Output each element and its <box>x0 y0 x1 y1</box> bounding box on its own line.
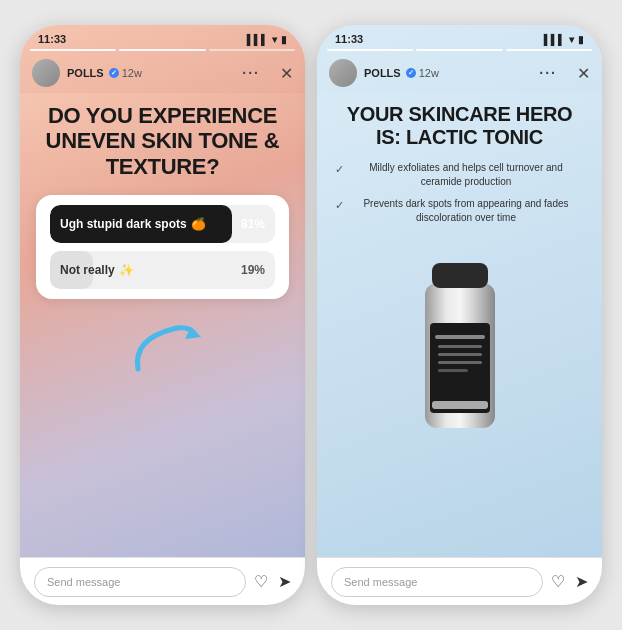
status-icons-right: ▌▌▌ ▾ ▮ <box>544 34 584 45</box>
time-ago-left: 12w <box>122 67 142 79</box>
close-button-right[interactable]: ✕ <box>577 64 590 83</box>
story-content-right: YOUR SKINCARE HERO IS: LACTIC TONIC ✓ Mi… <box>317 93 602 557</box>
status-icons-left: ▌▌▌ ▾ ▮ <box>247 34 287 45</box>
product-bottle-svg <box>400 253 520 443</box>
poll-percent-1: 81% <box>241 217 265 231</box>
story-seg-r1 <box>327 49 413 51</box>
svg-rect-8 <box>438 369 468 372</box>
send-message-left[interactable]: Send message <box>34 567 246 597</box>
story-header-left: POLLS ✓ 12w ··· ✕ <box>20 55 305 93</box>
poll-label-1: Ugh stupid dark spots 🍊 <box>60 217 206 231</box>
story-seg-3 <box>209 49 295 51</box>
battery-icon-right: ▮ <box>578 34 584 45</box>
right-phone: 11:33 ▌▌▌ ▾ ▮ POLLS ✓ 12w ··· ✕ YOUR SKI… <box>317 25 602 605</box>
svg-rect-6 <box>438 353 482 356</box>
bottom-icons-left: ♡ ➤ <box>254 572 291 591</box>
story-content-left: DO YOU EXPERIENCE UNEVEN SKIN TONE & TEX… <box>20 93 305 557</box>
bullet-2: ✓ Prevents dark spots from appearing and… <box>335 197 584 225</box>
verified-badge-left: ✓ <box>109 68 119 78</box>
poll-option-2[interactable]: Not really ✨ 19% <box>50 251 275 289</box>
bottom-bar-right: Send message ♡ ➤ <box>317 557 602 605</box>
signal-icon-right: ▌▌▌ <box>544 34 565 45</box>
status-bar-right: 11:33 ▌▌▌ ▾ ▮ <box>317 25 602 49</box>
svg-rect-4 <box>435 335 485 339</box>
story-meta-left: POLLS ✓ 12w <box>67 67 142 79</box>
bullet-1: ✓ Mildly exfoliates and helps cell turno… <box>335 161 584 189</box>
close-button-left[interactable]: ✕ <box>280 64 293 83</box>
bottom-icons-right: ♡ ➤ <box>551 572 588 591</box>
hero-bullets: ✓ Mildly exfoliates and helps cell turno… <box>335 161 584 233</box>
heart-icon-left[interactable]: ♡ <box>254 572 268 591</box>
poll-label-2: Not really ✨ <box>60 263 134 277</box>
avatar-right <box>329 59 357 87</box>
share-icon-left[interactable]: ➤ <box>278 572 291 591</box>
poll-card: Ugh stupid dark spots 🍊 81% Not really ✨… <box>36 195 289 299</box>
wifi-icon: ▾ <box>272 34 277 45</box>
story-seg-2 <box>119 49 205 51</box>
poll-bar-bg-1: Ugh stupid dark spots 🍊 81% <box>50 205 275 243</box>
svg-rect-2 <box>432 263 488 288</box>
svg-rect-9 <box>432 401 488 409</box>
poll-option-1[interactable]: Ugh stupid dark spots 🍊 81% <box>50 205 275 243</box>
story-meta-right: POLLS ✓ 12w <box>364 67 439 79</box>
curved-arrow-icon <box>123 319 203 379</box>
poll-percent-2: 19% <box>241 263 265 277</box>
product-image <box>400 253 520 443</box>
poll-bar-bg-2: Not really ✨ 19% <box>50 251 275 289</box>
heart-icon-right[interactable]: ♡ <box>551 572 565 591</box>
username-right: POLLS ✓ 12w <box>364 67 439 79</box>
story-seg-1 <box>30 49 116 51</box>
hero-title: YOUR SKINCARE HERO IS: LACTIC TONIC <box>335 103 584 149</box>
avatar-left <box>32 59 60 87</box>
time-ago-right: 12w <box>419 67 439 79</box>
status-bar-left: 11:33 ▌▌▌ ▾ ▮ <box>20 25 305 49</box>
username-left: POLLS ✓ 12w <box>67 67 142 79</box>
check-icon-1: ✓ <box>335 162 344 177</box>
more-options-left[interactable]: ··· <box>242 65 260 81</box>
question-title: DO YOU EXPERIENCE UNEVEN SKIN TONE & TEX… <box>36 103 289 179</box>
bottom-bar-left: Send message ♡ ➤ <box>20 557 305 605</box>
arrow-area <box>36 319 289 379</box>
send-message-right[interactable]: Send message <box>331 567 543 597</box>
left-phone: 11:33 ▌▌▌ ▾ ▮ POLLS ✓ 12w ··· ✕ DO YOU E… <box>20 25 305 605</box>
story-seg-r3 <box>506 49 592 51</box>
svg-rect-5 <box>438 345 482 348</box>
battery-icon: ▮ <box>281 34 287 45</box>
time-left: 11:33 <box>38 33 66 45</box>
verified-badge-right: ✓ <box>406 68 416 78</box>
more-options-right[interactable]: ··· <box>539 65 557 81</box>
svg-rect-7 <box>438 361 482 364</box>
check-icon-2: ✓ <box>335 198 344 213</box>
share-icon-right[interactable]: ➤ <box>575 572 588 591</box>
story-seg-r2 <box>416 49 502 51</box>
story-header-right: POLLS ✓ 12w ··· ✕ <box>317 55 602 93</box>
signal-icon: ▌▌▌ <box>247 34 268 45</box>
wifi-icon-right: ▾ <box>569 34 574 45</box>
time-right: 11:33 <box>335 33 363 45</box>
